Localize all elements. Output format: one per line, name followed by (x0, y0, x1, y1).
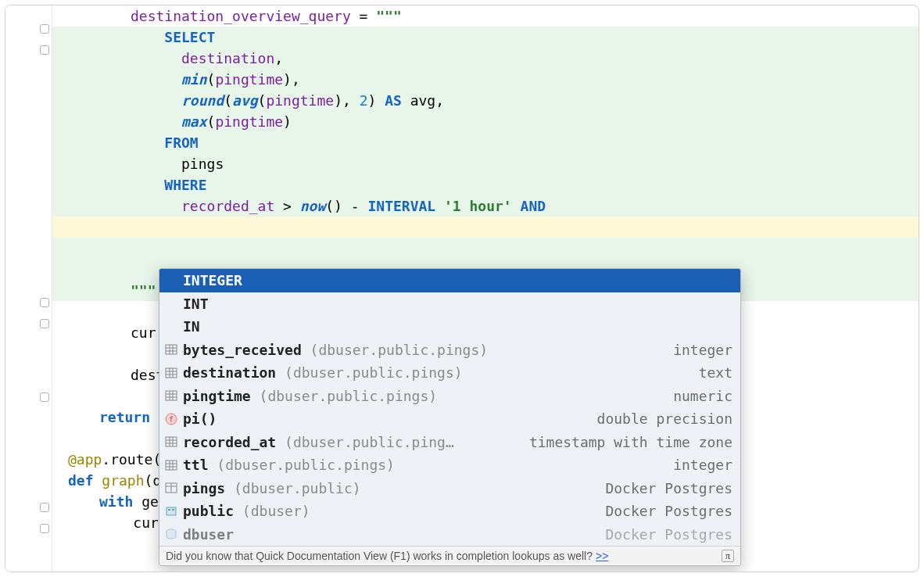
svg-rect-0 (166, 345, 177, 354)
completion-item-detail: (dbuser.public.pings) (251, 388, 437, 404)
editor-frame: destination_overview_query = """ SELECT … (5, 5, 919, 572)
code-line[interactable]: pings (52, 153, 919, 174)
svg-rect-32 (172, 509, 174, 511)
completion-item-type: integer (673, 457, 732, 473)
code-line-caret[interactable] (52, 217, 919, 238)
completion-item-label: destination (dbuser.public.pings) (183, 364, 463, 381)
column-icon (164, 389, 178, 403)
completion-item-label: ttl (dbuser.public.pings) (183, 457, 395, 473)
table-icon (164, 481, 178, 495)
completion-item-type: timestamp with time zone (529, 434, 732, 450)
completion-item-type: numeric (673, 388, 732, 404)
database-icon (164, 527, 178, 541)
completion-item-label: public (dbuser) (183, 503, 310, 519)
completion-hint-link[interactable]: >> (596, 550, 608, 562)
completion-popup[interactable]: INTEGERINTINbytes_received (dbuser.publi… (159, 268, 741, 566)
completion-item-label: pings (dbuser.public) (183, 480, 361, 496)
completion-item-type: Docker Postgres (605, 503, 732, 519)
column-icon (164, 435, 178, 449)
none-icon (164, 320, 178, 334)
schema-icon (164, 504, 178, 518)
code-line[interactable]: max(pingtime) (52, 111, 919, 132)
code-line[interactable] (52, 238, 919, 259)
code-line[interactable]: round(avg(pingtime), 2) AS avg, (52, 90, 919, 111)
svg-rect-10 (166, 391, 177, 400)
completion-item[interactable]: INT (159, 292, 740, 316)
completion-item-detail: (dbuser) (234, 503, 310, 519)
completion-item-detail: (dbuser.public.pings) (302, 342, 488, 358)
completion-item[interactable]: bytes_received (dbuser.public.pings)inte… (159, 339, 740, 362)
completion-hint-text: Did you know that Quick Documentation Vi… (166, 550, 593, 562)
completion-item-type: integer (673, 342, 732, 358)
fold-marker[interactable] (40, 45, 49, 55)
fold-marker[interactable] (40, 24, 49, 34)
completion-item-label: IN (183, 318, 200, 335)
completion-item-type: Docker Postgres (605, 526, 732, 543)
completion-item[interactable]: dbuserDocker Postgres (159, 523, 740, 547)
completion-item[interactable]: pingtime (dbuser.public.pings)numeric (159, 385, 740, 408)
completion-item[interactable]: recorded_at (dbuser.public.ping…timestam… (159, 431, 740, 454)
svg-text:f: f (169, 415, 174, 424)
completion-item-detail: (dbuser.public.ping… (276, 434, 454, 450)
completion-item[interactable]: public (dbuser)Docker Postgres (159, 500, 740, 523)
column-icon (164, 342, 178, 357)
gutter (5, 5, 52, 572)
code-line[interactable]: FROM (52, 132, 919, 153)
completion-item-type: Docker Postgres (605, 480, 732, 496)
completion-item-label: recorded_at (dbuser.public.ping… (183, 434, 454, 450)
completion-item-label: INTEGER (183, 272, 242, 288)
completion-item-label: bytes_received (dbuser.public.pings) (183, 342, 488, 358)
fold-marker[interactable] (40, 319, 49, 328)
completion-item-type: text (699, 364, 732, 381)
completion-item-label: INT (183, 296, 209, 312)
completion-item-detail: (dbuser.public.pings) (209, 457, 395, 473)
completion-list: INTEGERINTINbytes_received (dbuser.publi… (159, 269, 740, 546)
completion-hint: Did you know that Quick Documentation Vi… (159, 546, 740, 565)
column-icon (164, 366, 178, 380)
code-line[interactable]: destination_overview_query = """ (52, 5, 919, 27)
column-icon (164, 458, 178, 472)
completion-item-detail: (dbuser.public) (225, 480, 360, 496)
svg-rect-30 (167, 507, 176, 515)
completion-item-label: pi() (183, 410, 217, 427)
completion-item[interactable]: pings (dbuser.public)Docker Postgres (159, 477, 740, 500)
svg-rect-22 (166, 461, 177, 470)
svg-rect-17 (166, 437, 177, 446)
svg-rect-5 (166, 368, 177, 378)
completion-item-label: dbuser (183, 526, 234, 543)
code-line[interactable]: SELECT (52, 27, 919, 48)
completion-item-detail: (dbuser.public.pings) (276, 364, 462, 381)
completion-item[interactable]: fpi()double precision (159, 407, 740, 431)
completion-item[interactable]: IN (159, 315, 740, 339)
none-icon (164, 296, 178, 310)
completion-item[interactable]: INTEGER (159, 269, 740, 292)
code-line[interactable]: recorded_at > now() - INTERVAL '1 hour' … (52, 195, 919, 217)
code-line[interactable]: destination, (52, 48, 919, 69)
completion-item-label: pingtime (dbuser.public.pings) (183, 388, 437, 404)
fold-marker[interactable] (40, 524, 49, 533)
none-icon (164, 274, 178, 288)
code-line[interactable]: min(pingtime), (52, 69, 919, 90)
code-line[interactable]: WHERE (52, 174, 919, 195)
completion-item[interactable]: destination (dbuser.public.pings)text (159, 361, 740, 385)
fold-marker[interactable] (40, 298, 49, 307)
fold-marker[interactable] (40, 392, 49, 402)
pi-icon[interactable]: π (722, 550, 734, 562)
svg-rect-31 (168, 509, 170, 511)
function-icon: f (164, 412, 178, 426)
completion-item[interactable]: ttl (dbuser.public.pings)integer (159, 453, 740, 477)
completion-item-type: double precision (597, 410, 732, 427)
fold-marker[interactable] (40, 503, 49, 512)
